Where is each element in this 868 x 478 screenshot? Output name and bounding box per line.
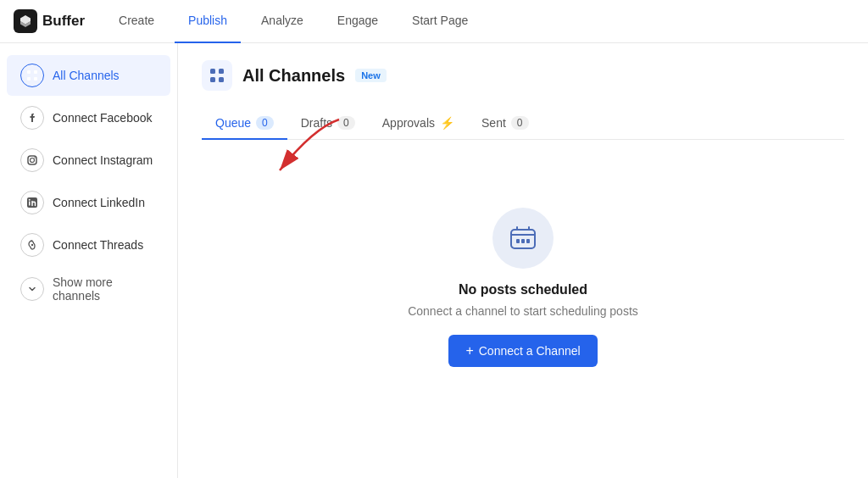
tab-approvals[interactable]: Approvals ⚡ (369, 108, 468, 140)
nav-create[interactable]: Create (105, 0, 168, 43)
nav-engage[interactable]: Engage (324, 0, 392, 43)
tab-approvals-label: Approvals (382, 116, 435, 130)
svg-rect-18 (521, 239, 525, 243)
tab-sent[interactable]: Sent 0 (468, 108, 542, 140)
empty-state: No posts scheduled Connect a channel to … (202, 174, 844, 401)
svg-rect-3 (27, 77, 31, 81)
all-channels-header-icon (202, 60, 232, 91)
sidebar-label-all-channels: All Channels (53, 69, 120, 82)
sidebar: All Channels Connect Facebook Connect In… (0, 43, 178, 478)
main-layout: All Channels Connect Facebook Connect In… (0, 43, 868, 478)
sidebar-label-facebook: Connect Facebook (53, 111, 153, 125)
approvals-lightning-icon: ⚡ (440, 116, 454, 130)
tab-drafts[interactable]: Drafts 0 (287, 108, 369, 140)
svg-rect-1 (27, 70, 31, 74)
empty-state-title: No posts scheduled (459, 282, 587, 297)
nav-publish[interactable]: Publish (175, 0, 241, 43)
connect-channel-button[interactable]: + Connect a Channel (448, 335, 597, 367)
svg-rect-12 (210, 69, 215, 74)
page-title: All Channels (242, 66, 345, 86)
svg-point-11 (31, 244, 33, 246)
show-more-channels[interactable]: Show more channels (7, 267, 170, 311)
sidebar-label-instagram: Connect Instagram (53, 153, 153, 167)
tab-queue[interactable]: Queue 0 (202, 108, 287, 140)
sidebar-label-threads: Connect Threads (53, 238, 143, 252)
threads-icon (20, 233, 44, 257)
sidebar-label-linkedin: Connect LinkedIn (53, 196, 145, 209)
sidebar-item-threads[interactable]: Connect Threads (7, 225, 170, 265)
plus-icon: + (465, 343, 473, 358)
tab-sent-count: 0 (511, 116, 529, 130)
tab-drafts-count: 0 (337, 116, 355, 130)
svg-rect-14 (210, 77, 215, 82)
show-more-label: Show more channels (53, 275, 157, 303)
sidebar-item-linkedin[interactable]: Connect LinkedIn (7, 182, 170, 223)
main-content: All Channels New Queue 0 Drafts 0 Approv… (178, 43, 868, 478)
svg-point-10 (29, 199, 31, 201)
sidebar-item-facebook[interactable]: Connect Facebook (7, 97, 170, 138)
empty-state-subtitle: Connect a channel to start scheduling po… (408, 304, 638, 318)
tab-sent-label: Sent (481, 116, 506, 130)
instagram-icon (20, 148, 44, 172)
svg-point-7 (34, 157, 35, 158)
all-channels-icon (20, 64, 44, 87)
chevron-down-icon (20, 277, 44, 301)
logo-text: Buffer (42, 13, 85, 30)
nav-analyze[interactable]: Analyze (248, 0, 317, 43)
linkedin-icon (20, 191, 44, 214)
tabs-bar: Queue 0 Drafts 0 Approvals ⚡ Sent 0 (202, 108, 844, 140)
connect-button-label: Connect a Channel (479, 344, 581, 358)
svg-rect-15 (219, 77, 224, 82)
facebook-icon (20, 106, 44, 130)
sidebar-item-instagram[interactable]: Connect Instagram (7, 140, 170, 181)
svg-rect-17 (516, 239, 520, 243)
page-header: All Channels New (202, 60, 844, 91)
logo[interactable]: Buffer (14, 9, 85, 33)
svg-rect-5 (28, 156, 36, 164)
svg-rect-19 (526, 239, 530, 243)
new-badge: New (355, 69, 387, 82)
sidebar-item-all-channels[interactable]: All Channels (7, 55, 170, 96)
tab-queue-label: Queue (215, 116, 251, 130)
svg-rect-4 (34, 77, 37, 81)
buffer-logo-icon (14, 9, 37, 33)
svg-rect-2 (34, 70, 37, 74)
svg-point-6 (31, 158, 35, 163)
nav-start-page[interactable]: Start Page (398, 0, 481, 43)
empty-state-icon (492, 208, 554, 269)
svg-rect-13 (219, 69, 224, 74)
tab-drafts-label: Drafts (301, 116, 332, 130)
tab-queue-count: 0 (256, 116, 274, 130)
top-navigation: Buffer Create Publish Analyze Engage Sta… (0, 0, 868, 43)
svg-rect-9 (29, 202, 31, 206)
